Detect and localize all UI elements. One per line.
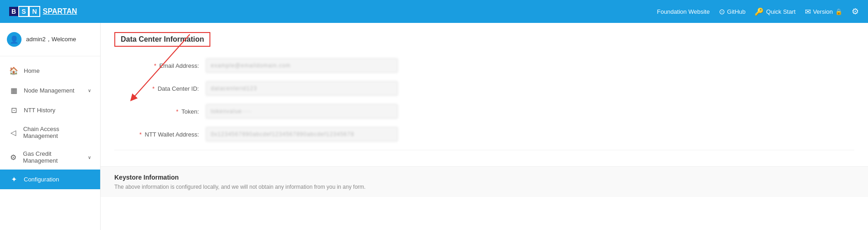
logo-n: N bbox=[29, 6, 40, 17]
keystore-section: Keystore Information The above informati… bbox=[101, 166, 868, 197]
avatar: 👤 bbox=[7, 32, 21, 47]
github-icon: ⊙ bbox=[719, 7, 725, 16]
logo-s: S bbox=[18, 6, 29, 17]
header-nav: Foundation Website ⊙ GitHub 🔑 Quick Star… bbox=[657, 6, 859, 16]
configuration-icon: ✦ bbox=[9, 175, 18, 184]
required-marker: * bbox=[152, 85, 156, 92]
form-row: * Token:tokenvalue····· bbox=[114, 104, 854, 119]
form-label: * Email Address: bbox=[114, 62, 206, 69]
version-link[interactable]: ✉ Version 🔒 bbox=[805, 7, 842, 16]
sidebar-item-label: Node Management bbox=[24, 87, 75, 94]
sidebar-item-chain-access[interactable]: ◁ Chain Access Management bbox=[0, 120, 100, 145]
foundation-website-label: Foundation Website bbox=[657, 8, 709, 15]
data-center-form: * Email Address:example@emaildomain.com*… bbox=[114, 58, 854, 142]
ntt-history-icon: ⊡ bbox=[9, 106, 18, 115]
sidebar-item-label: NTT History bbox=[24, 107, 55, 114]
form-field-value: example@emaildomain.com bbox=[206, 58, 398, 73]
sidebar-item-label: Configuration bbox=[24, 176, 59, 183]
section-title: Data Center Information bbox=[114, 32, 210, 47]
username-label: admin2，Welcome bbox=[26, 35, 76, 44]
form-field-value: datacenterid123 bbox=[206, 81, 398, 96]
form-row: * NTT Wallet Address:0x1234567890abcdef1… bbox=[114, 127, 854, 142]
logo-spartan: SPARTAN bbox=[43, 7, 77, 16]
lock-icon: 🔒 bbox=[835, 8, 842, 15]
home-icon: 🏠 bbox=[9, 66, 18, 75]
logo-b: B bbox=[9, 7, 18, 16]
keystore-title: Keystore Information bbox=[114, 174, 854, 181]
sidebar-item-home[interactable]: 🏠 Home bbox=[0, 61, 100, 81]
app-header: B S N SPARTAN Foundation Website ⊙ GitHu… bbox=[0, 0, 868, 23]
keystore-description: The above information is configured loca… bbox=[114, 184, 854, 190]
form-row: * Data Center ID:datacenterid123 bbox=[114, 81, 854, 96]
sidebar-item-gas-credit[interactable]: ⚙ Gas Credit Management ∨ bbox=[0, 145, 100, 170]
required-marker: * bbox=[139, 131, 144, 138]
sidebar-menu: 🏠 Home ▦ Node Management ∨ ⊡ NTT History… bbox=[0, 56, 100, 194]
chain-access-icon: ◁ bbox=[9, 128, 18, 137]
quickstart-label: Quick Start bbox=[766, 8, 795, 15]
form-field-value: tokenvalue····· bbox=[206, 104, 398, 119]
sidebar-item-label: Gas Credit Management bbox=[23, 150, 82, 164]
form-label: * NTT Wallet Address: bbox=[114, 131, 206, 138]
content-area: Data Center Information * Email Address:… bbox=[101, 23, 868, 166]
foundation-website-link[interactable]: Foundation Website bbox=[657, 8, 709, 15]
form-label: * Token: bbox=[114, 108, 206, 115]
github-label: GitHub bbox=[727, 8, 745, 15]
form-label: * Data Center ID: bbox=[114, 85, 206, 92]
github-link[interactable]: ⊙ GitHub bbox=[719, 7, 745, 16]
node-management-icon: ▦ bbox=[9, 86, 18, 95]
gas-credit-icon: ⚙ bbox=[9, 153, 17, 162]
sidebar: 👤 admin2，Welcome 🏠 Home ▦ Node Managemen… bbox=[0, 23, 101, 230]
divider bbox=[114, 150, 854, 150]
settings-icon[interactable]: ⚙ bbox=[852, 6, 859, 16]
sidebar-item-node-management[interactable]: ▦ Node Management ∨ bbox=[0, 81, 100, 100]
sidebar-item-configuration[interactable]: ✦ Configuration bbox=[0, 170, 100, 189]
chevron-down-icon: ∨ bbox=[88, 155, 91, 160]
main-content: Data Center Information * Email Address:… bbox=[101, 23, 868, 230]
quickstart-link[interactable]: 🔑 Quick Start bbox=[755, 7, 795, 16]
sidebar-item-ntt-history[interactable]: ⊡ NTT History bbox=[0, 100, 100, 120]
app-layout: 👤 admin2，Welcome 🏠 Home ▦ Node Managemen… bbox=[0, 23, 868, 230]
sidebar-item-label: Home bbox=[24, 67, 40, 74]
version-label: Version bbox=[813, 8, 833, 15]
form-field-value: 0x1234567890abcdef1234567890abcdef123456… bbox=[206, 127, 398, 142]
sidebar-item-label: Chain Access Management bbox=[23, 126, 91, 139]
required-marker: * bbox=[176, 108, 180, 115]
form-row: * Email Address:example@emaildomain.com bbox=[114, 58, 854, 73]
quickstart-icon: 🔑 bbox=[755, 7, 764, 16]
required-marker: * bbox=[154, 62, 158, 69]
chevron-down-icon: ∨ bbox=[88, 88, 91, 93]
logo: B S N SPARTAN bbox=[9, 6, 77, 17]
version-icon: ✉ bbox=[805, 7, 811, 16]
sidebar-user: 👤 admin2，Welcome bbox=[0, 23, 100, 56]
